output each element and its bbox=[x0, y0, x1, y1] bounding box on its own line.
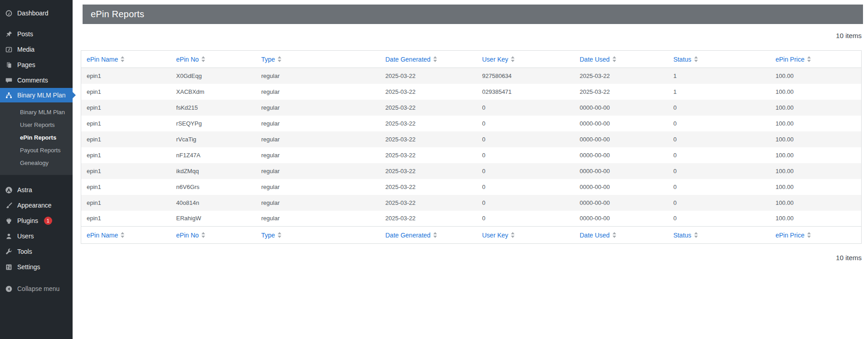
cell-epin-no: ikdZMqq bbox=[171, 163, 255, 179]
sidebar-item-label: Posts bbox=[17, 30, 33, 38]
cell-epin-price: 100.00 bbox=[770, 211, 861, 227]
column-header-label: Date Used bbox=[580, 56, 610, 63]
submenu-item-payout-reports[interactable]: Payout Reports bbox=[0, 144, 73, 157]
cell-user-key: 0 bbox=[477, 211, 574, 227]
cell-epin-no: ERahigW bbox=[171, 211, 255, 227]
cell-date-generated: 2025-03-22 bbox=[380, 131, 476, 147]
column-header[interactable]: Type bbox=[256, 227, 380, 244]
column-header-label: Date Generated bbox=[385, 56, 431, 63]
items-count-top: 10 items bbox=[73, 32, 862, 39]
settings-sliders-icon bbox=[4, 262, 13, 271]
cell-epin-price: 100.00 bbox=[770, 195, 861, 211]
submenu-item-genealogy[interactable]: Genealogy bbox=[0, 157, 73, 170]
cell-date-used: 0000-00-00 bbox=[574, 163, 668, 179]
cell-date-generated: 2025-03-22 bbox=[380, 68, 476, 84]
sidebar-item-comments[interactable]: Comments bbox=[0, 73, 73, 88]
sort-icon bbox=[613, 56, 616, 62]
sidebar-item-users[interactable]: Users bbox=[0, 228, 73, 244]
cell-date-generated: 2025-03-22 bbox=[380, 84, 476, 100]
column-header[interactable]: Date Generated bbox=[380, 51, 476, 68]
column-header[interactable]: Date Used bbox=[574, 51, 668, 68]
table-header: ePin Name ePin No Type Date Generated Us… bbox=[81, 51, 862, 68]
astra-logo-icon bbox=[4, 185, 13, 194]
column-header[interactable]: Status bbox=[668, 227, 770, 244]
column-header[interactable]: Status bbox=[668, 51, 770, 68]
cell-status: 0 bbox=[668, 179, 770, 195]
column-header[interactable]: ePin No bbox=[171, 227, 255, 244]
submenu-item-epin-reports[interactable]: ePin Reports bbox=[0, 131, 73, 144]
cell-date-used: 0000-00-00 bbox=[574, 100, 668, 116]
cell-date-used: 2025-03-22 bbox=[574, 84, 668, 100]
cell-type: regular bbox=[256, 68, 380, 84]
sidebar-item-label: Comments bbox=[17, 77, 48, 84]
cell-epin-name: epin1 bbox=[81, 84, 171, 100]
column-header[interactable]: ePin Name bbox=[81, 227, 171, 244]
sidebar-item-label: Collapse menu bbox=[17, 285, 59, 292]
submenu-item-user-reports[interactable]: User Reports bbox=[0, 119, 73, 131]
table-row: epin1 nF1Z47A regular 2025-03-22 0 0000-… bbox=[81, 147, 862, 163]
column-header[interactable]: ePin No bbox=[171, 51, 255, 68]
sidebar-item-label: Appearance bbox=[17, 202, 52, 209]
submenu-item-binary-mlm-plan[interactable]: Binary MLM Plan bbox=[0, 106, 73, 119]
sort-icon bbox=[807, 232, 811, 238]
cell-status: 0 bbox=[668, 131, 770, 147]
cell-epin-no: rSEQYPg bbox=[171, 116, 255, 131]
dashboard-icon bbox=[4, 9, 13, 18]
cell-status: 1 bbox=[668, 84, 770, 100]
cell-epin-name: epin1 bbox=[81, 131, 171, 147]
cell-date-used: 0000-00-00 bbox=[574, 211, 668, 227]
sort-icon bbox=[807, 56, 811, 62]
cell-epin-price: 100.00 bbox=[770, 179, 861, 195]
sidebar-item-appearance[interactable]: Appearance bbox=[0, 198, 73, 213]
sidebar-item-label: Settings bbox=[17, 263, 40, 271]
header-row: ePin Name ePin No Type Date Generated Us… bbox=[81, 51, 862, 68]
cell-user-key: 0 bbox=[477, 100, 574, 116]
collapse-arrow-icon bbox=[4, 284, 13, 293]
plugin-icon bbox=[4, 216, 13, 225]
sidebar-item-tools[interactable]: Tools bbox=[0, 244, 73, 259]
sidebar-item-astra[interactable]: Astra bbox=[0, 182, 73, 198]
cell-epin-name: epin1 bbox=[81, 179, 171, 195]
column-header[interactable]: Type bbox=[256, 51, 380, 68]
sidebar-item-dashboard[interactable]: Dashboard bbox=[0, 5, 73, 21]
column-header[interactable]: Date Used bbox=[574, 227, 668, 244]
pages-icon bbox=[4, 60, 13, 69]
cell-epin-name: epin1 bbox=[81, 68, 171, 84]
column-header-label: ePin No bbox=[176, 56, 199, 63]
column-header-label: Status bbox=[673, 232, 691, 239]
column-header[interactable]: ePin Name bbox=[81, 51, 171, 68]
sidebar-item-posts[interactable]: Posts bbox=[0, 26, 73, 42]
sidebar-item-plugins[interactable]: Plugins 1 bbox=[0, 213, 73, 228]
sort-icon bbox=[613, 232, 616, 238]
plugins-update-badge: 1 bbox=[44, 217, 52, 225]
column-header[interactable]: Date Generated bbox=[380, 227, 476, 244]
column-header-label: Type bbox=[261, 56, 275, 63]
cell-date-used: 0000-00-00 bbox=[574, 116, 668, 131]
column-header[interactable]: User Key bbox=[477, 51, 574, 68]
sort-icon bbox=[511, 232, 515, 238]
cell-status: 0 bbox=[668, 100, 770, 116]
column-header-label: ePin Price bbox=[775, 56, 804, 63]
table-row: epin1 ikdZMqq regular 2025-03-22 0 0000-… bbox=[81, 163, 862, 179]
sidebar-item-media[interactable]: Media bbox=[0, 42, 73, 57]
cell-status: 0 bbox=[668, 195, 770, 211]
comments-icon bbox=[4, 76, 13, 85]
cell-epin-price: 100.00 bbox=[770, 84, 861, 100]
collapse-menu-button[interactable]: Collapse menu bbox=[0, 281, 73, 296]
sidebar-item-label: Users bbox=[17, 232, 34, 240]
cell-user-key: 0 bbox=[477, 179, 574, 195]
cell-user-key: 927580634 bbox=[477, 68, 574, 84]
table-body: epin1 X0GdEqg regular 2025-03-22 9275806… bbox=[81, 68, 862, 227]
column-header[interactable]: User Key bbox=[477, 227, 574, 244]
sort-icon bbox=[121, 56, 124, 62]
column-header[interactable]: ePin Price bbox=[770, 227, 861, 244]
cell-user-key: 029385471 bbox=[477, 84, 574, 100]
paintbrush-icon bbox=[4, 201, 13, 210]
sidebar-item-pages[interactable]: Pages bbox=[0, 57, 73, 73]
sort-icon bbox=[694, 56, 698, 62]
cell-status: 0 bbox=[668, 211, 770, 227]
sidebar-item-settings[interactable]: Settings bbox=[0, 259, 73, 275]
column-header[interactable]: ePin Price bbox=[770, 51, 861, 68]
table-row: epin1 X0GdEqg regular 2025-03-22 9275806… bbox=[81, 68, 862, 84]
sidebar-item-binary-mlm-plan[interactable]: Binary MLM Plan bbox=[0, 88, 73, 102]
